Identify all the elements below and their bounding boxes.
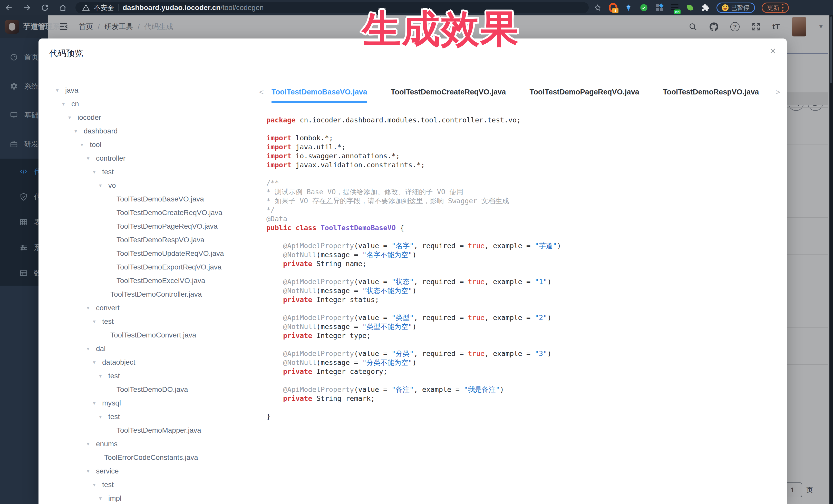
tree-node-folder[interactable]: ▾dataobject [53, 355, 262, 369]
tab-ToolTestDemoBaseVO.java[interactable]: ToolTestDemoBaseVO.java [271, 81, 367, 103]
code-line: /** [266, 178, 778, 187]
tree-node-folder[interactable]: ▾impl [53, 491, 262, 504]
puzzle-extensions-icon[interactable] [701, 3, 710, 12]
paused-profile-badge[interactable]: 已暂停 [716, 3, 755, 13]
code-line: @ApiModelProperty(value = "名字", required… [266, 241, 778, 250]
tree-node-label: test [108, 372, 120, 380]
grid-extension-icon[interactable] [655, 3, 664, 12]
tree-node-label: ToolTestDemoRespVO.java [117, 236, 204, 244]
code-line: import javax.validation.constraints.*; [266, 160, 778, 169]
caret-down-icon: ▾ [99, 495, 108, 501]
tree-node-label: ToolErrorCodeConstants.java [104, 453, 198, 462]
tree-node-file[interactable]: ToolTestDemoBaseVO.java [53, 192, 262, 206]
caret-down-icon: ▾ [68, 115, 77, 121]
tree-node-file[interactable]: ToolTestDemoDO.java [53, 383, 262, 396]
ubuntu-extension-icon[interactable]: 1 [609, 3, 617, 12]
tree-node-file[interactable]: ToolTestDemoUpdateReqVO.java [53, 247, 262, 260]
tree-node-file[interactable]: ToolTestDemoConvert.java [53, 328, 262, 342]
tree-node-label: convert [96, 304, 120, 312]
insecure-warning-icon[interactable] [82, 4, 90, 11]
extension-bar: 1 on 已暂停 更新 [593, 3, 791, 13]
caret-down-icon: ▾ [87, 468, 96, 474]
leaf-extension-icon[interactable] [686, 3, 694, 12]
tree-node-file[interactable]: ToolErrorCodeConstants.java [53, 451, 262, 464]
tree-node-folder[interactable]: ▾vo [53, 178, 262, 192]
tree-node-folder[interactable]: ▾java [53, 83, 262, 97]
code-tab-bar: < ToolTestDemoBaseVO.javaToolTestDemoCre… [259, 81, 780, 103]
tree-node-folder[interactable]: ▾test [53, 315, 262, 328]
tree-node-folder[interactable]: ▾test [53, 369, 262, 383]
code-line: private Integer category; [266, 367, 778, 376]
annotation-stamp: 生成效果 [362, 4, 519, 55]
tree-node-label: test [108, 413, 120, 421]
code-line: * 如果子 VO 存在差异的字段，请不要添加到这里，影响 Swagger 文档生… [266, 196, 778, 205]
tree-node-folder[interactable]: ▾service [53, 464, 262, 478]
tree-node-file[interactable]: ToolTestDemoPageReqVO.java [53, 219, 262, 233]
tree-node-label: mysql [102, 399, 121, 407]
update-browser-button[interactable]: 更新 [762, 3, 789, 13]
tree-node-file[interactable]: ToolTestDemoRespVO.java [53, 233, 262, 247]
home-icon[interactable] [54, 0, 72, 16]
tree-node-folder[interactable]: ▾convert [53, 301, 262, 315]
tabs-prev-icon[interactable]: < [259, 81, 264, 103]
green-circle-extension-icon[interactable] [640, 3, 648, 12]
tree-node-label: test [102, 168, 114, 176]
tree-node-folder[interactable]: ▾dal [53, 342, 262, 355]
window-scrollbar[interactable] [829, 16, 833, 504]
gem-extension-icon[interactable] [624, 3, 633, 12]
bookmark-star-icon[interactable] [593, 3, 602, 12]
back-icon[interactable] [0, 0, 18, 16]
tree-node-folder[interactable]: ▾test [53, 410, 262, 424]
tree-node-label: ToolTestDemoPageReqVO.java [117, 222, 218, 231]
tree-node-folder[interactable]: ▾tool [53, 138, 262, 151]
caret-down-icon: ▾ [93, 359, 102, 365]
tab-ToolTestDemoRespVO.java[interactable]: ToolTestDemoRespVO.java [663, 81, 759, 103]
close-icon[interactable]: × [770, 46, 776, 56]
tree-node-label: ToolTestDemoExportReqVO.java [117, 263, 221, 271]
tree-node-folder[interactable]: ▾enums [53, 437, 262, 451]
code-line: @Data [266, 214, 778, 223]
code-line: private String name; [266, 259, 778, 268]
code-line [266, 169, 778, 178]
code-line [266, 340, 778, 349]
tree-node-folder[interactable]: ▾controller [53, 151, 262, 165]
list-on-extension-icon[interactable]: on [670, 3, 679, 12]
menu-dots-icon[interactable] [782, 4, 783, 5]
on-badge: on [674, 9, 681, 14]
paused-label: 已暂停 [731, 4, 749, 12]
tree-node-folder[interactable]: ▾test [53, 478, 262, 491]
tree-node-label: tool [90, 141, 101, 149]
tree-node-file[interactable]: ToolTestDemoExcelVO.java [53, 274, 262, 287]
code-line: import io.swagger.annotations.*; [266, 151, 778, 160]
reload-icon[interactable] [36, 0, 54, 16]
caret-down-icon: ▾ [62, 101, 71, 107]
caret-down-icon: ▾ [93, 318, 102, 325]
tree-node-file[interactable]: ToolTestDemoCreateReqVO.java [53, 206, 262, 219]
tree-node-file[interactable]: ToolTestDemoMapper.java [53, 424, 262, 437]
code-line: package cn.iocoder.dashboard.modules.too… [266, 116, 778, 124]
tree-node-label: ToolTestDemoDO.java [117, 385, 188, 394]
tree-node-folder[interactable]: ▾iocoder [53, 111, 262, 124]
tree-node-file[interactable]: ToolTestDemoController.java [53, 287, 262, 301]
caret-down-icon: ▾ [80, 142, 90, 148]
caret-down-icon: ▾ [99, 373, 108, 379]
tree-node-label: cn [71, 100, 79, 108]
code-line: private Integer type; [266, 331, 778, 340]
code-tabs: ToolTestDemoBaseVO.javaToolTestDemoCreat… [271, 81, 769, 103]
update-label: 更新 [767, 4, 779, 12]
tab-ToolTestDemoCreateReqVO.java[interactable]: ToolTestDemoCreateReqVO.java [391, 81, 506, 103]
tree-node-folder[interactable]: ▾test [53, 165, 262, 178]
tab-ToolTestDemoPageReqVO.java[interactable]: ToolTestDemoPageReqVO.java [529, 81, 639, 103]
tree-node-label: ToolTestDemoUpdateReqVO.java [117, 249, 224, 258]
dialog-title: 代码预览 [49, 48, 83, 59]
tree-node-folder[interactable]: ▾mysql [53, 396, 262, 410]
forward-icon[interactable] [18, 0, 36, 16]
caret-down-icon: ▾ [87, 155, 96, 162]
tree-node-file[interactable]: ToolTestDemoExportReqVO.java [53, 260, 262, 274]
tree-node-label: java [65, 86, 78, 94]
tree-node-folder[interactable]: ▾cn [53, 97, 262, 111]
tabs-next-icon[interactable]: > [776, 81, 780, 103]
code-line: @NotNull(message = "类型不能为空") [266, 322, 778, 331]
code-line: @ApiModelProperty(value = "类型", required… [266, 313, 778, 322]
tree-node-folder[interactable]: ▾dashboard [53, 124, 262, 138]
